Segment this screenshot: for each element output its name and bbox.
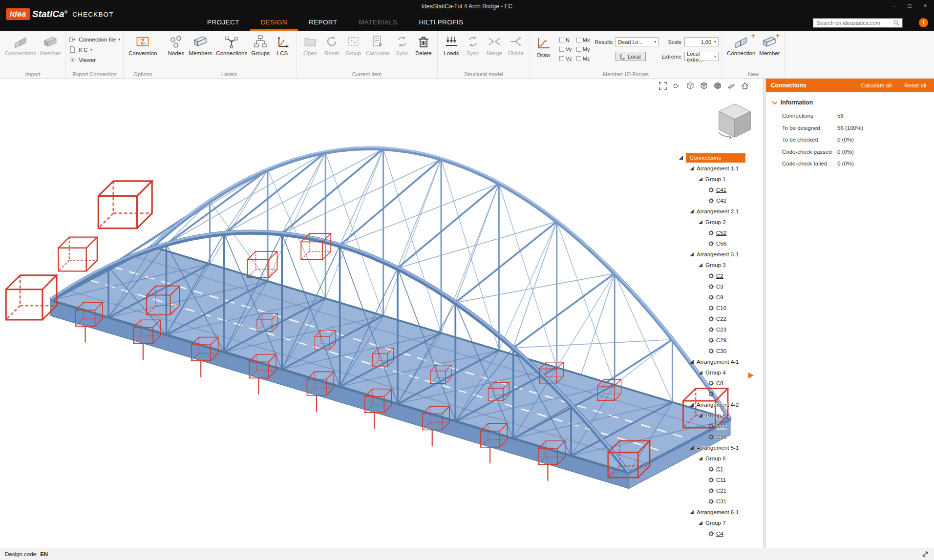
results-dropdown[interactable]: Dead Lo...▾ <box>616 37 658 46</box>
tree-item-connection[interactable]: C8 <box>679 378 754 389</box>
gear-icon[interactable] <box>708 434 714 440</box>
expander-icon[interactable] <box>699 220 702 224</box>
labels-members-button[interactable]: Members <box>187 32 214 56</box>
checkbox-n[interactable]: N <box>559 36 572 44</box>
tree-item-group[interactable]: Group 6 <box>679 453 754 464</box>
tree-item-arrangement[interactable]: Arrangement 4-1 <box>679 356 754 367</box>
gear-icon[interactable] <box>708 531 714 537</box>
export-connection-file-button[interactable]: Connection file ▾ <box>69 35 120 43</box>
search-box[interactable] <box>813 18 903 28</box>
tree-scroll-arrow-icon[interactable] <box>747 372 754 379</box>
information-section-header[interactable]: Information <box>773 99 934 106</box>
view-rotate-dropdown[interactable] <box>672 82 681 90</box>
checkbox-icon[interactable] <box>576 47 581 52</box>
tree-item-connection[interactable]: C30 <box>679 346 754 356</box>
checkbox-vy[interactable]: Vy <box>559 45 572 53</box>
tree-item-group[interactable]: Group 5 <box>679 410 754 421</box>
tree-item-arrangement[interactable]: Arrangement 3-1 <box>679 249 754 260</box>
search-icon[interactable] <box>893 20 900 26</box>
gear-icon[interactable] <box>708 498 714 504</box>
tree-item-connection[interactable]: C3 <box>679 281 754 292</box>
conversion-button[interactable]: Conversion <box>127 32 159 56</box>
tab-project[interactable]: PROJECT <box>196 14 250 31</box>
reset-all-button[interactable]: Reset all <box>904 83 926 88</box>
cube-shaded-icon[interactable] <box>700 82 708 90</box>
labels-lcs-button[interactable]: LCS <box>272 32 293 56</box>
tree-item-connection[interactable]: C21 <box>679 485 754 496</box>
gear-icon[interactable] <box>708 305 714 311</box>
tab-report[interactable]: REPORT <box>298 14 348 31</box>
checkbox-my[interactable]: My <box>576 45 590 53</box>
tree-item-connection[interactable] <box>679 389 754 399</box>
help-info-icon[interactable]: i <box>919 18 928 27</box>
tree-item-connection[interactable]: C16 <box>679 421 754 432</box>
expander-icon[interactable] <box>690 446 694 450</box>
gear-icon[interactable] <box>708 273 714 279</box>
export-viewer-button[interactable]: Viewer <box>69 56 120 64</box>
tree-item-connection[interactable]: C11 <box>679 475 754 485</box>
calculate-all-button[interactable]: Calculate all <box>861 83 892 88</box>
close-button[interactable]: × <box>917 0 933 12</box>
checkbox-vz[interactable]: Vz <box>559 54 572 62</box>
expander-icon[interactable] <box>699 263 702 267</box>
tree-item-connection[interactable]: C36 <box>679 432 754 442</box>
tree-item-group[interactable]: Group 4 <box>679 367 754 378</box>
gear-icon[interactable] <box>708 423 714 429</box>
gear-icon[interactable] <box>708 284 714 290</box>
maximize-button[interactable]: □ <box>902 0 917 12</box>
checkbox-mz[interactable]: Mz <box>576 54 590 62</box>
tree-item-group[interactable]: Group 7 <box>679 518 754 528</box>
labels-nodes-button[interactable]: Nodes <box>165 32 187 56</box>
gear-icon[interactable] <box>708 348 714 354</box>
new-connection-button[interactable]: + Connection <box>725 32 757 56</box>
delete-button[interactable]: Delete <box>413 32 434 56</box>
draw-forces-button[interactable]: Draw <box>533 34 554 62</box>
new-member-button[interactable]: + Member <box>757 32 782 56</box>
tree-root-connections[interactable]: Connections <box>679 152 754 163</box>
tree-item-group[interactable]: Group 1 <box>679 174 754 185</box>
labels-connections-button[interactable]: Connections <box>214 32 249 56</box>
gear-icon[interactable] <box>708 198 714 204</box>
gear-icon[interactable] <box>708 391 714 397</box>
tree-item-arrangement[interactable]: Arrangement 6-1 <box>679 507 754 518</box>
tree-item-connection[interactable]: C10 <box>679 303 754 313</box>
minimize-button[interactable]: ─ <box>886 0 902 12</box>
expander-icon[interactable] <box>699 414 702 417</box>
tab-design[interactable]: DESIGN <box>250 14 298 31</box>
tree-item-arrangement[interactable]: Arrangement 4-2 <box>679 399 754 410</box>
checkbox-icon[interactable] <box>576 38 581 42</box>
tree-item-connection[interactable]: C2 <box>679 270 754 281</box>
gear-icon[interactable] <box>708 488 714 494</box>
chevron-down-icon[interactable]: ▾ <box>90 47 92 52</box>
scale-input[interactable]: 1,00▾ <box>684 37 719 46</box>
gear-icon[interactable] <box>708 294 714 300</box>
cube-wireframe-icon[interactable] <box>686 82 695 90</box>
gear-icon[interactable] <box>708 187 714 193</box>
checkbox-icon[interactable] <box>576 56 581 61</box>
gear-icon[interactable] <box>708 477 714 483</box>
tree-item-connection[interactable]: C23 <box>679 324 754 335</box>
gear-icon[interactable] <box>708 327 714 332</box>
tree-item-connection[interactable]: C41 <box>679 185 754 195</box>
model-3d-viewport[interactable]: Connections Arrangement 1-1 Group 1 C41 … <box>0 79 763 548</box>
checkbox-icon[interactable] <box>559 47 564 52</box>
extreme-dropdown[interactable]: Local extre...▾ <box>684 52 719 61</box>
chevron-down-icon[interactable]: ▾ <box>118 37 120 41</box>
gear-icon[interactable] <box>708 337 714 343</box>
tree-item-group[interactable]: Group 2 <box>679 217 754 228</box>
loads-button[interactable]: Loads <box>441 32 462 56</box>
tree-item-connection[interactable]: C4 <box>679 528 754 539</box>
tree-item-arrangement[interactable]: Arrangement 2-1 <box>679 206 754 217</box>
navigation-cube[interactable] <box>713 100 756 143</box>
expander-icon[interactable] <box>699 177 702 181</box>
tree-item-connection[interactable]: C9 <box>679 292 754 303</box>
tree-item-connection[interactable]: C1 <box>679 464 754 475</box>
checkbox-icon[interactable] <box>559 56 564 61</box>
cube-solid-icon[interactable] <box>713 82 722 90</box>
tab-hilti-profis[interactable]: HILTI PROFIS <box>408 14 474 31</box>
expander-icon[interactable] <box>690 360 694 364</box>
bridge-3d-model[interactable] <box>0 79 763 548</box>
expander-icon[interactable] <box>690 403 694 407</box>
tree-item-connection[interactable]: C42 <box>679 195 754 206</box>
tree-item-connection[interactable]: C52 <box>679 228 754 238</box>
